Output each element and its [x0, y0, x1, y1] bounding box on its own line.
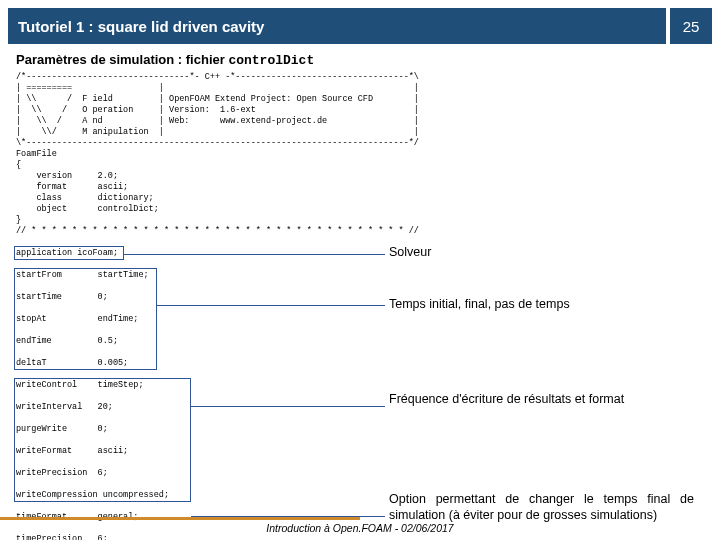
footer: Introduction à Open.FOAM - 02/06/2017 — [0, 522, 720, 534]
subtitle: Paramètres de simulation : fichier contr… — [16, 52, 720, 68]
line-solver — [124, 254, 385, 255]
box-write — [14, 378, 191, 502]
subtitle-file: controlDict — [228, 53, 314, 68]
content-area: /*--------------------------------*- C++… — [16, 72, 720, 492]
line-time — [157, 305, 385, 306]
line-write — [191, 406, 385, 407]
annot-write: Fréquence d'écriture de résultats et for… — [389, 392, 694, 408]
accent-bar — [0, 517, 360, 520]
annot-time: Temps initial, final, pas de temps — [389, 297, 709, 313]
annot-runtime: Option permettant de changer le temps fi… — [389, 492, 694, 523]
box-solver — [14, 246, 124, 260]
box-time — [14, 268, 157, 370]
annot-solver: Solveur — [389, 245, 689, 261]
page-number: 25 — [670, 8, 712, 44]
subtitle-prefix: Paramètres de simulation : fichier — [16, 52, 228, 67]
slide-title: Tutoriel 1 : square lid driven cavity — [8, 8, 666, 44]
